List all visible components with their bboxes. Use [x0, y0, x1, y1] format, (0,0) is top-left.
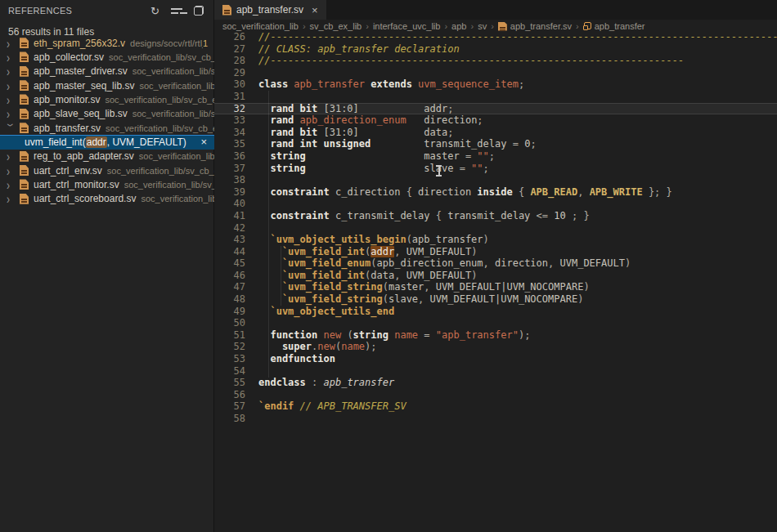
- file-result-row[interactable]: ›apb_transfer.svsoc_verification_lib/sv_…: [0, 121, 214, 135]
- file-path: soc_verification_lib/sv_cb_ex_l...: [109, 52, 214, 62]
- breadcrumb-item[interactable]: sv_cb_ex_lib: [310, 21, 362, 31]
- code-line: 38: [214, 174, 777, 186]
- file-icon: [20, 179, 29, 190]
- code-line: 53 endfunction: [214, 353, 777, 365]
- file-icon: [20, 51, 29, 62]
- breadcrumb-separator: ›: [444, 21, 447, 31]
- file-result-row[interactable]: ›apb_slave_seq_lib.svsoc_verification_li…: [0, 107, 214, 121]
- file-icon: [20, 66, 29, 77]
- file-path: soc_verification_lib/sv_cb...: [132, 109, 214, 118]
- line-number: 51: [214, 329, 245, 342]
- chevron-right-icon[interactable]: ›: [7, 192, 16, 206]
- chevron-down-icon[interactable]: ›: [5, 123, 19, 133]
- code-line: 39 constraint c_direction { direction in…: [214, 186, 777, 199]
- line-number: 55: [214, 377, 245, 389]
- editor-group: apb_transfer.sv × soc_verification_lib›s…: [214, 0, 777, 532]
- file-result-row[interactable]: ›reg_to_apb_adapter.svsoc_verification_l…: [0, 150, 214, 163]
- line-number: 45: [214, 257, 245, 270]
- line-number: 58: [214, 413, 245, 425]
- line-number: 42: [214, 222, 245, 235]
- file-name: reg_to_apb_adapter.sv: [34, 150, 134, 162]
- line-number: 31: [214, 91, 245, 103]
- file-icon: [20, 165, 29, 176]
- refresh-icon[interactable]: ↻: [150, 6, 159, 16]
- file-icon: [222, 5, 231, 16]
- code-line: 44 `uvm_field_int(addr, UVM_DEFAULT): [214, 246, 777, 258]
- code-line: 28//------------------------------------…: [214, 55, 777, 67]
- file-name: apb_slave_seq_lib.sv: [34, 108, 128, 119]
- line-number: 44: [214, 246, 245, 258]
- breadcrumb-item[interactable]: apb: [451, 21, 466, 31]
- code-line: 36 string master = "";: [214, 150, 777, 163]
- results-summary: 56 results in 11 files: [0, 21, 213, 38]
- line-number: 49: [214, 306, 245, 318]
- chevron-right-icon[interactable]: ›: [7, 65, 16, 78]
- code-line: 55endclass : apb_transfer: [214, 377, 777, 389]
- code-line: 33 rand apb_direction_enum direction;: [214, 114, 777, 127]
- list-icon[interactable]: [171, 7, 182, 16]
- breadcrumb-item[interactable]: soc_verification_lib: [222, 21, 299, 31]
- line-number: 32: [214, 103, 245, 115]
- match-highlight: addr: [86, 136, 107, 148]
- reference-text: uvm_field_int(addr, UVM_DEFAULT): [25, 136, 200, 148]
- file-result-row[interactable]: ›uart_ctrl_env.svsoc_verification_lib/sv…: [0, 163, 214, 177]
- file-path: soc_verification_lib/sv_cb_ex_li...: [107, 166, 214, 176]
- code-line: 29: [214, 67, 777, 79]
- file-result-row[interactable]: ›eth_spram_256x32.vdesigns/socv/rtl/rtl_…: [0, 36, 214, 50]
- line-number: 48: [214, 293, 245, 306]
- line-number: 43: [214, 234, 245, 246]
- line-number: 52: [214, 341, 245, 353]
- chevron-right-icon[interactable]: ›: [7, 36, 16, 50]
- file-path: soc_verification_lib/sv_cb_ex_li...: [105, 95, 214, 105]
- file-icon: [20, 194, 29, 204]
- tab-label: apb_transfer.sv: [236, 4, 303, 16]
- chevron-right-icon[interactable]: ›: [7, 107, 16, 121]
- line-number: 46: [214, 270, 245, 282]
- file-result-row[interactable]: ›apb_collector.svsoc_verification_lib/sv…: [0, 50, 214, 64]
- file-name: uart_ctrl_scoreboard.sv: [34, 193, 136, 204]
- chevron-right-icon[interactable]: ›: [7, 150, 16, 163]
- file-name: apb_collector.sv: [34, 51, 104, 63]
- breadcrumb-item[interactable]: apb_transfer: [595, 21, 645, 31]
- collapse-all-icon[interactable]: [194, 6, 204, 16]
- code-line: 26//------------------------------------…: [214, 31, 777, 43]
- line-number: 30: [214, 78, 245, 91]
- file-icon: [20, 109, 29, 119]
- file-result-row[interactable]: ›uart_ctrl_monitor.svsoc_verification_li…: [0, 177, 214, 191]
- file-path: soc_verification_lib/sv...: [141, 194, 214, 203]
- line-number: 57: [214, 400, 245, 413]
- line-number: 50: [214, 317, 245, 329]
- dismiss-result-icon[interactable]: ×: [200, 136, 207, 148]
- file-result-row[interactable]: ›apb_monitor.svsoc_verification_lib/sv_c…: [0, 92, 214, 106]
- line-number: 41: [214, 210, 245, 222]
- tab-bar: apb_transfer.sv ×: [214, 0, 777, 20]
- close-tab-icon[interactable]: ×: [312, 4, 318, 16]
- file-icon: [498, 22, 507, 31]
- chevron-right-icon[interactable]: ›: [7, 163, 16, 177]
- code-lines[interactable]: 26//------------------------------------…: [214, 31, 777, 425]
- code-line: 43 `uvm_object_utils_begin(apb_transfer): [214, 234, 777, 246]
- code-line: 46 `uvm_field_int(data, UVM_DEFAULT): [214, 270, 777, 282]
- file-icon: [20, 38, 29, 48]
- code-line: 54: [214, 365, 777, 378]
- file-result-row[interactable]: ›apb_master_seq_lib.svsoc_verification_l…: [0, 78, 214, 92]
- chevron-right-icon[interactable]: ›: [7, 78, 16, 92]
- chevron-right-icon[interactable]: ›: [7, 178, 16, 192]
- chevron-right-icon[interactable]: ›: [7, 51, 16, 65]
- code-line: 41 constraint c_transmit_delay { transmi…: [214, 210, 777, 222]
- references-tree: ›eth_spram_256x32.vdesigns/socv/rtl/rtl_…: [0, 36, 214, 206]
- code-line: 30class apb_transfer extends uvm_sequenc…: [214, 78, 777, 91]
- code-line: 32 rand bit [31:0] addr;: [214, 103, 777, 115]
- file-result-row[interactable]: ›uart_ctrl_scoreboard.svsoc_verification…: [0, 192, 214, 206]
- breadcrumb-item[interactable]: sv: [478, 21, 487, 31]
- tab-apb-transfer[interactable]: apb_transfer.sv ×: [214, 0, 326, 20]
- breadcrumb-separator: ›: [576, 21, 579, 31]
- file-path: soc_verification_lib/sv_cb_ex_li...: [106, 123, 214, 133]
- line-number: 47: [214, 281, 245, 293]
- breadcrumb-item[interactable]: interface_uvc_lib: [373, 21, 441, 31]
- code-line: 51 function new (string name = "apb_tran…: [214, 329, 777, 342]
- chevron-right-icon[interactable]: ›: [7, 93, 16, 107]
- breadcrumb-item[interactable]: apb_transfer.sv: [510, 21, 572, 31]
- file-result-row[interactable]: ›apb_master_driver.svsoc_verification_li…: [0, 65, 214, 78]
- reference-result-row[interactable]: uvm_field_int(addr, UVM_DEFAULT)×: [0, 135, 214, 149]
